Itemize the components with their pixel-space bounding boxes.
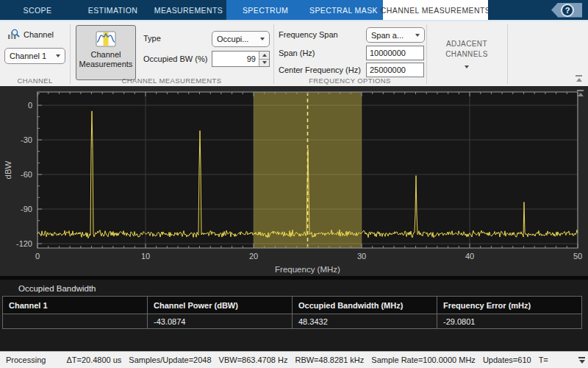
ribbon-divider xyxy=(273,24,274,84)
svg-text:10: 10 xyxy=(141,252,150,261)
collapse-bar xyxy=(576,75,582,77)
tab-spectral-mask[interactable]: SPECTRAL MASK xyxy=(304,0,383,20)
spinner-up-button[interactable] xyxy=(259,52,269,59)
cell-occupied-bw: 48.3432 xyxy=(293,314,437,329)
dock-bar xyxy=(578,357,585,358)
status-rbw: RBW=48.8281 kHz xyxy=(295,355,364,364)
table-row: -43.0874 48.3432 -29.0801 xyxy=(3,314,582,329)
measurement-type-select[interactable]: Occupi... xyxy=(212,31,270,47)
occupied-bandwidth-table: Channel 1 Channel Power (dBW) Occupied B… xyxy=(2,296,582,329)
toolstrip-ribbon: Channel Channel 1 CHANNEL Channel Measur… xyxy=(0,20,588,86)
tab-spectrum[interactable]: SPECTRUM xyxy=(226,0,304,20)
span-label: Span (Hz) xyxy=(279,49,315,57)
frequency-span-select[interactable]: Span a... xyxy=(366,27,425,43)
span-input[interactable]: 10000000 xyxy=(366,46,424,60)
toolstrip-tab-bar: SCOPE ESTIMATION MEASUREMENTS SPECTRUM S… xyxy=(0,0,588,20)
status-vbw: VBW=863.4708 Hz xyxy=(219,355,288,364)
adjacent-channels-button[interactable]: ADJACENT CHANNELS xyxy=(426,21,507,88)
adjacent-channels-label-line1: ADJACENT xyxy=(426,39,507,49)
dock-arrow-up-icon xyxy=(578,93,584,96)
col-frequency-error: Frequency Error (mHz) xyxy=(437,297,582,314)
help-button[interactable]: ? xyxy=(551,3,582,18)
svg-text:-90: -90 xyxy=(21,205,32,213)
svg-text:-120: -120 xyxy=(16,239,32,248)
status-metrics: ΔT=20.4800 us Samples/Update=2048 VBW=86… xyxy=(66,355,548,364)
svg-text:30: 30 xyxy=(357,252,366,261)
chevron-down-icon xyxy=(415,34,420,37)
status-time: T= xyxy=(539,355,548,364)
spinner-down-icon xyxy=(262,61,267,64)
svg-text:Frequency (MHz): Frequency (MHz) xyxy=(275,265,340,274)
type-label: Type xyxy=(143,34,161,43)
measurement-type-value: Occupi... xyxy=(217,35,260,43)
collapse-ribbon-button[interactable] xyxy=(576,75,582,82)
dock-arrow-down-icon xyxy=(579,360,585,364)
tab-measurements[interactable]: MEASUREMENTS xyxy=(151,0,226,20)
status-delta-t: ΔT=20.4800 us xyxy=(66,355,121,364)
center-frequency-label: Center Frequency (Hz) xyxy=(279,66,361,74)
chevron-down-icon xyxy=(56,54,60,57)
collapse-arrow-up-icon xyxy=(576,78,582,82)
spinner-up-icon xyxy=(262,54,267,57)
occupied-bw-value: 99 xyxy=(212,52,259,66)
channel-select[interactable]: Channel 1 xyxy=(4,48,65,64)
spectrum-band-icon xyxy=(96,31,116,47)
channel-select-value: Channel 1 xyxy=(10,52,56,60)
section-label-channel-measurements: CHANNEL MEASUREMENTS xyxy=(70,77,273,85)
svg-text:0: 0 xyxy=(35,252,40,261)
panel-separator xyxy=(0,276,588,280)
chevron-down-icon xyxy=(465,66,469,68)
svg-text:40: 40 xyxy=(465,252,474,261)
tab-channel-measurements[interactable]: CHANNEL MEASUREMENTS xyxy=(383,0,488,20)
dock-bar xyxy=(577,90,584,91)
spectrum-plot-panel: 0-30-60-90-12001020304050Frequency (MHz)… xyxy=(0,86,588,276)
col-channel-power: Channel Power (dBW) xyxy=(148,297,293,314)
col-channel: Channel 1 xyxy=(3,297,148,314)
channel-measurements-button-label: Channel Measurements xyxy=(76,50,135,69)
channel-magnifier-icon xyxy=(7,29,20,40)
spinner-down-button[interactable] xyxy=(259,59,269,67)
occupied-bw-spinner[interactable]: 99 xyxy=(212,51,270,67)
svg-text:50: 50 xyxy=(573,252,582,261)
status-samples-update: Samples/Update=2048 xyxy=(129,355,211,364)
tab-scope[interactable]: SCOPE xyxy=(0,0,75,20)
measurement-results-panel: Occupied Bandwidth Channel 1 Channel Pow… xyxy=(0,276,588,351)
center-frequency-input[interactable]: 25000000 xyxy=(366,63,424,77)
status-bar: Processing ΔT=20.4800 us Samples/Update=… xyxy=(0,351,588,368)
help-icon: ? xyxy=(561,4,574,17)
adjacent-channels-label-line2: CHANNELS xyxy=(426,49,507,60)
table-title: Occupied Bandwidth xyxy=(18,284,96,293)
svg-text:-60: -60 xyxy=(21,170,32,179)
ribbon-divider xyxy=(507,24,508,84)
svg-text:-30: -30 xyxy=(21,135,32,144)
chevron-down-icon xyxy=(260,38,265,40)
status-processing: Processing xyxy=(6,355,46,364)
svg-text:20: 20 xyxy=(249,252,258,261)
status-sample-rate: Sample Rate=100.0000 MHz xyxy=(371,355,476,364)
section-label-frequency-options: FREQUENCY OPTIONS xyxy=(273,77,426,85)
occupied-bw-label: Occupied BW (%) xyxy=(143,54,207,63)
expand-plot-button[interactable] xyxy=(577,90,584,96)
frequency-span-label: Frequency Span xyxy=(279,30,338,39)
frequency-span-value: Span a... xyxy=(371,31,415,40)
channel-label: Channel xyxy=(24,30,54,39)
channel-measurements-toggle-button[interactable]: Channel Measurements xyxy=(76,25,136,80)
ribbon-divider xyxy=(70,24,71,84)
cell-channel xyxy=(3,314,148,329)
status-updates: Updates=610 xyxy=(483,355,531,364)
tab-bar-filler: ? xyxy=(488,0,588,20)
collapse-panel-button[interactable] xyxy=(578,357,585,364)
svg-text:dBW: dBW xyxy=(4,160,12,179)
tab-estimation[interactable]: ESTIMATION xyxy=(75,0,151,20)
table-header-row: Channel 1 Channel Power (dBW) Occupied B… xyxy=(3,297,582,314)
cell-frequency-error: -29.0801 xyxy=(437,314,582,329)
col-occupied-bw: Occupied Bandwidth (MHz) xyxy=(293,297,437,314)
cell-channel-power: -43.0874 xyxy=(148,314,293,329)
section-label-channel: CHANNEL xyxy=(0,77,70,85)
svg-text:0: 0 xyxy=(28,101,32,110)
spectrum-chart: 0-30-60-90-12001020304050Frequency (MHz)… xyxy=(0,86,588,276)
